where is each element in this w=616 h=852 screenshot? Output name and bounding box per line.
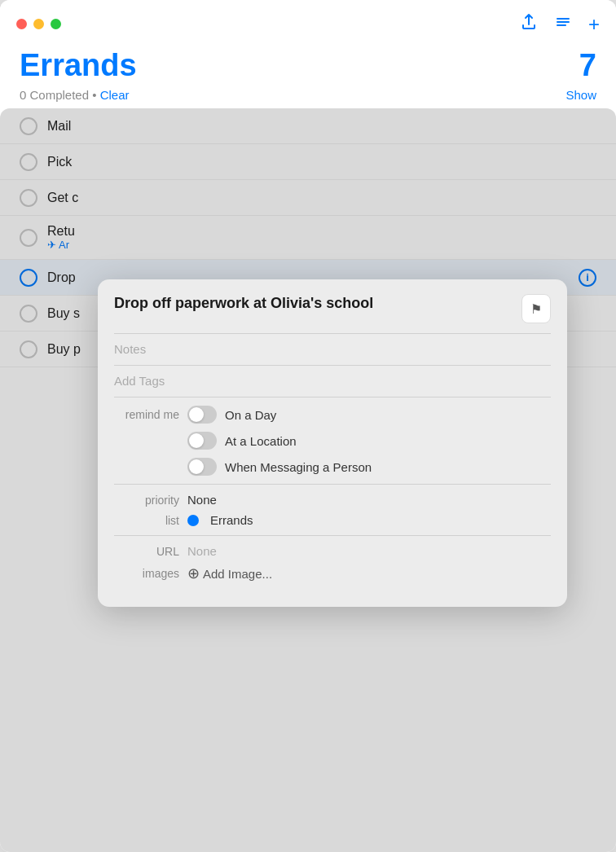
subheader: 0 Completed • Clear Show [0,86,616,108]
add-image-label: Add Image... [203,567,272,581]
images-row: images ⊕ Add Image... [114,564,551,582]
tags-section: Add Tags [114,365,551,397]
notes-section: Notes [114,333,551,365]
completed-info: 0 Completed • Clear [20,88,130,102]
detail-header: Drop off paperwork at Olivia's school ⚑ [114,294,551,323]
url-label: URL [114,545,179,558]
remind-messaging-toggle[interactable] [187,458,217,476]
remind-me-label: remind me [114,408,179,421]
priority-label: priority [114,494,179,507]
priority-value[interactable]: None [187,493,217,507]
add-image-icon: ⊕ [187,564,200,582]
add-icon[interactable]: + [588,15,600,34]
clear-button[interactable]: Clear [100,88,130,102]
list-label: list [114,514,179,527]
flag-icon: ⚑ [530,301,542,317]
maximize-button[interactable] [51,19,61,29]
close-button[interactable] [16,19,27,29]
flag-button[interactable]: ⚑ [521,294,551,323]
header: Errands 7 [0,42,616,86]
remind-location-label: At a Location [225,434,297,448]
remind-day-toggle[interactable] [187,406,217,424]
add-image-button[interactable]: ⊕ Add Image... [187,564,272,582]
remind-row-day: remind me On a Day [114,406,551,424]
url-row: URL None [114,544,551,558]
images-label: images [114,567,179,580]
remind-row-location: At a Location [114,432,551,450]
list-color-dot [187,515,199,526]
show-button[interactable]: Show [565,88,596,102]
minimize-button[interactable] [33,19,44,29]
priority-list-section: priority None list Errands [114,484,551,535]
detail-title: Drop off paperwork at Olivia's school [114,294,373,313]
traffic-lights [16,19,61,29]
remind-row-messaging: When Messaging a Person [114,458,551,476]
task-list: Mail Pick Get c Retu ✈ Ar Drop i [0,108,616,852]
list-value[interactable]: Errands [210,513,253,527]
titlebar-actions: + [520,13,600,35]
completed-label: 0 Completed [20,88,89,102]
remind-day-label: On a Day [225,408,276,422]
priority-row: priority None [114,493,551,507]
detail-panel: Drop off paperwork at Olivia's school ⚑ … [98,279,567,607]
notes-placeholder[interactable]: Notes [114,342,146,356]
dot-separator: • [92,88,99,102]
list-icon[interactable] [554,13,572,35]
url-value[interactable]: None [187,544,217,558]
item-count: 7 [579,48,596,83]
url-images-section: URL None images ⊕ Add Image... [114,535,551,591]
list-row: list Errands [114,513,551,527]
remind-messaging-label: When Messaging a Person [225,460,372,474]
remind-location-toggle[interactable] [187,432,217,450]
remind-section: remind me On a Day At a Location When Me… [114,397,551,484]
page-title: Errands [20,48,137,83]
titlebar: + [0,0,616,42]
share-icon[interactable] [520,13,538,35]
main-window: + Errands 7 0 Completed • Clear Show Mai… [0,0,616,852]
tags-placeholder[interactable]: Add Tags [114,374,165,388]
